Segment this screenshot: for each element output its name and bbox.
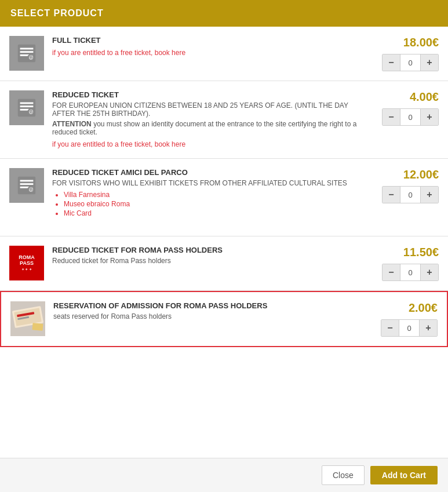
price-qty-amici: 12.00€ − + xyxy=(375,168,439,203)
qty-control-reservation: − + xyxy=(381,319,438,337)
svg-rect-2 xyxy=(20,51,34,53)
close-button[interactable]: Close xyxy=(322,465,365,485)
qty-control-reduced-ticket: − + xyxy=(382,108,439,126)
free-ticket-link-reduced[interactable]: if you are entitled to a free ticket, bo… xyxy=(52,140,185,148)
mic-card-link[interactable]: Mic Card xyxy=(64,209,92,217)
product-image-roma-pass: ROMA PASS ✦ ✦ ✦ xyxy=(9,246,44,280)
svg-rect-7 xyxy=(20,103,34,104)
qty-input-reduced-ticket[interactable] xyxy=(400,109,421,125)
add-to-cart-button[interactable]: Add to Cart xyxy=(370,466,438,484)
qty-minus-roma-pass[interactable]: − xyxy=(383,264,400,280)
reservation-ticket-icon xyxy=(10,301,45,336)
svg-rect-14 xyxy=(20,183,34,185)
product-row-reservation: RESERVATION OF ADMISSION FOR ROMA PASS H… xyxy=(0,291,448,347)
price-qty-roma-pass: 11.50€ − + xyxy=(375,246,439,281)
product-image-amici: @ xyxy=(9,168,44,203)
qty-control-amici: − + xyxy=(382,186,439,203)
product-row-amici: @ REDUCED TICKET AMICI DEL PARCO FOR VIS… xyxy=(0,159,448,236)
price-qty-reduced-ticket: 4.00€ − + xyxy=(375,90,439,126)
qty-input-full-ticket[interactable] xyxy=(400,54,421,71)
qty-minus-full-ticket[interactable]: − xyxy=(383,54,400,71)
qty-plus-amici[interactable]: + xyxy=(421,187,438,203)
product-info-reservation: RESERVATION OF ADMISSION FOR ROMA PASS H… xyxy=(53,301,366,323)
product-image-reservation xyxy=(10,301,45,336)
svg-rect-3 xyxy=(20,54,29,56)
svg-rect-15 xyxy=(20,187,29,188)
price-roma-pass: 11.50€ xyxy=(403,246,439,259)
qty-control-roma-pass: − + xyxy=(382,264,439,281)
qty-plus-reservation[interactable]: + xyxy=(420,320,437,336)
product-title-reduced-ticket: REDUCED TICKET xyxy=(52,90,367,99)
product-title-reservation: RESERVATION OF ADMISSION FOR ROMA PASS H… xyxy=(53,301,366,310)
product-info-roma-pass: REDUCED TICKET FOR ROMA PASS HOLDERS Red… xyxy=(52,246,367,267)
product-title-roma-pass: REDUCED TICKET FOR ROMA PASS HOLDERS xyxy=(52,246,367,254)
svg-rect-9 xyxy=(20,109,29,111)
qty-input-reservation[interactable] xyxy=(399,320,420,336)
product-subtitle-amici: FOR VISITORS WHO WILL EXHIBIT TICKETS FR… xyxy=(52,179,367,187)
email-doc-icon-3: @ xyxy=(16,174,38,196)
qty-minus-reduced-ticket[interactable]: − xyxy=(383,109,400,125)
svg-rect-23 xyxy=(32,323,43,331)
product-row-roma-pass: ROMA PASS ✦ ✦ ✦ REDUCED TICKET FOR ROMA … xyxy=(0,236,448,291)
qty-plus-roma-pass[interactable]: + xyxy=(421,264,438,280)
product-info-amici: REDUCED TICKET AMICI DEL PARCO FOR VISIT… xyxy=(52,168,367,218)
qty-plus-reduced-ticket[interactable]: + xyxy=(421,109,438,125)
svg-rect-8 xyxy=(20,105,34,107)
product-info-full-ticket: FULL TICKET if you are entitled to a fre… xyxy=(52,36,367,57)
email-doc-icon: @ xyxy=(16,42,38,64)
qty-control-full-ticket: − + xyxy=(382,54,439,71)
free-ticket-link-full[interactable]: if you are entitled to a free ticket, bo… xyxy=(52,49,185,57)
product-info-reduced-ticket: REDUCED TICKET FOR EUROPEAN UNION CITIZE… xyxy=(52,90,367,149)
page-header: SELECT PRODUCT xyxy=(0,0,448,27)
qty-plus-full-ticket[interactable]: + xyxy=(421,54,438,71)
product-subtitle-reduced-ticket: FOR EUROPEAN UNION CITIZENS BETWEEN 18 A… xyxy=(52,101,367,118)
svg-text:@: @ xyxy=(28,54,34,60)
qty-input-amici[interactable] xyxy=(400,187,421,203)
svg-rect-13 xyxy=(20,180,34,182)
product-subtitle-reservation: seats reserved for Roma Pass holders xyxy=(53,312,366,320)
bullet-villa: Villa Farnesina xyxy=(64,191,367,199)
price-full-ticket: 18.00€ xyxy=(403,36,439,49)
product-row-reduced-ticket: @ REDUCED TICKET FOR EUROPEAN UNION CITI… xyxy=(0,81,448,159)
museo-ebraico-link[interactable]: Museo ebraico Roma xyxy=(64,200,130,208)
svg-text:@: @ xyxy=(28,109,34,115)
bullet-museo: Museo ebraico Roma xyxy=(64,200,367,208)
header-title: SELECT PRODUCT xyxy=(10,8,104,18)
svg-text:@: @ xyxy=(28,187,34,192)
qty-minus-reservation[interactable]: − xyxy=(381,320,399,336)
roma-pass-logo: ROMA PASS ✦ ✦ ✦ xyxy=(19,255,35,271)
qty-minus-amici[interactable]: − xyxy=(383,187,400,203)
product-image-reduced-ticket: @ xyxy=(9,90,44,125)
price-qty-reservation: 2.00€ − + xyxy=(374,301,438,337)
price-reduced-ticket: 4.00€ xyxy=(410,90,439,104)
product-title-full-ticket: FULL TICKET xyxy=(52,36,367,45)
product-title-amici: REDUCED TICKET AMICI DEL PARCO xyxy=(52,168,367,177)
price-amici: 12.00€ xyxy=(403,168,439,181)
product-subtitle-roma-pass: Reduced ticket for Roma Pass holders xyxy=(52,257,367,265)
product-note-reduced-ticket: ATTENTION you must show an identity docu… xyxy=(52,120,367,136)
product-image-full-ticket: @ xyxy=(9,36,44,71)
price-qty-full-ticket: 18.00€ − + xyxy=(375,36,439,71)
product-row-full-ticket: @ FULL TICKET if you are entitled to a f… xyxy=(0,27,448,81)
villa-farnesina-link[interactable]: Villa Farnesina xyxy=(64,191,110,199)
products-list: @ FULL TICKET if you are entitled to a f… xyxy=(0,27,448,458)
bullet-mic: Mic Card xyxy=(64,209,367,217)
qty-input-roma-pass[interactable] xyxy=(400,264,421,280)
footer: Close Add to Cart xyxy=(0,458,448,492)
svg-rect-1 xyxy=(20,48,34,50)
attention-label: ATTENTION xyxy=(52,120,92,128)
email-doc-icon-2: @ xyxy=(16,97,38,119)
price-reservation: 2.00€ xyxy=(409,301,438,315)
amici-bullet-list: Villa Farnesina Museo ebraico Roma Mic C… xyxy=(52,191,367,217)
